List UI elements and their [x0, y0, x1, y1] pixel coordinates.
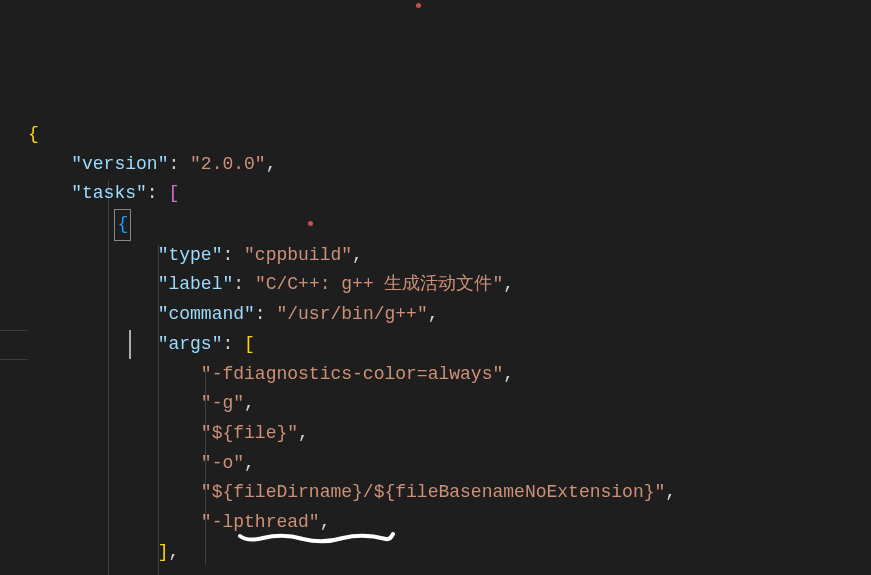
json-value-arg5: "-lpthread": [201, 508, 320, 538]
code-line-14[interactable]: "-lpthread",: [28, 508, 871, 538]
json-value-arg1: "-g": [201, 389, 244, 419]
code-line-2[interactable]: "version": "2.0.0",: [28, 150, 871, 180]
code-line-6[interactable]: "label": "C/C++: g++ 生成活动文件",: [28, 270, 871, 300]
json-value-arg4: "${fileDirname}/${fileBasenameNoExtensio…: [201, 478, 665, 508]
colon: :: [168, 150, 179, 180]
json-value-command: "/usr/bin/g++": [276, 300, 427, 330]
json-value-label: "C/C++: g++ 生成活动文件": [255, 270, 503, 300]
code-line-13[interactable]: "${fileDirname}/${fileBasenameNoExtensio…: [28, 478, 871, 508]
code-line-3[interactable]: "tasks": [: [28, 179, 871, 209]
code-line-8[interactable]: "args": [: [28, 330, 871, 360]
bracket-open: [: [244, 330, 255, 360]
annotation-dot-mid: [308, 221, 313, 226]
json-key-version: "version": [71, 150, 168, 180]
json-key-tasks: "tasks": [71, 179, 147, 209]
code-line-12[interactable]: "-o",: [28, 449, 871, 479]
bracket-close: ]: [158, 538, 169, 568]
code-line-5[interactable]: "type": "cppbuild",: [28, 241, 871, 271]
colon: :: [233, 270, 244, 300]
json-key-type: "type": [158, 241, 223, 271]
code-line-1[interactable]: {: [28, 120, 871, 150]
code-line-9[interactable]: "-fdiagnostics-color=always",: [28, 360, 871, 390]
comma: ,: [168, 538, 179, 568]
json-value-arg2: "${file}": [201, 419, 298, 449]
code-line-15[interactable]: ],: [28, 538, 871, 568]
json-key-label: "label": [158, 270, 234, 300]
comma: ,: [503, 360, 514, 390]
bracket-open: [: [168, 179, 179, 209]
json-value-arg0: "-fdiagnostics-color=always": [201, 360, 503, 390]
comma: ,: [298, 419, 309, 449]
code-line-10[interactable]: "-g",: [28, 389, 871, 419]
comma: ,: [244, 449, 255, 479]
json-value-type: "cppbuild": [244, 241, 352, 271]
comma: ,: [320, 508, 331, 538]
colon: :: [255, 300, 266, 330]
json-key-args: "args": [158, 330, 223, 360]
comma: ,: [266, 150, 277, 180]
comma: ,: [665, 478, 676, 508]
comma: ,: [244, 389, 255, 419]
brace-open-highlighted: {: [114, 209, 131, 241]
code-line-7[interactable]: "command": "/usr/bin/g++",: [28, 300, 871, 330]
colon: :: [222, 330, 233, 360]
comma: ,: [503, 270, 514, 300]
json-value-version: "2.0.0": [190, 150, 266, 180]
annotation-dot-top: [416, 3, 421, 8]
json-value-arg3: "-o": [201, 449, 244, 479]
code-line-11[interactable]: "${file}",: [28, 419, 871, 449]
comma: ,: [352, 241, 363, 271]
json-key-command: "command": [158, 300, 255, 330]
code-editor[interactable]: { "version": "2.0.0", "tasks": [ { "type…: [28, 120, 871, 567]
code-line-4[interactable]: {: [28, 209, 871, 241]
brace-open: {: [28, 120, 39, 150]
comma: ,: [428, 300, 439, 330]
colon: :: [147, 179, 158, 209]
colon: :: [222, 241, 233, 271]
